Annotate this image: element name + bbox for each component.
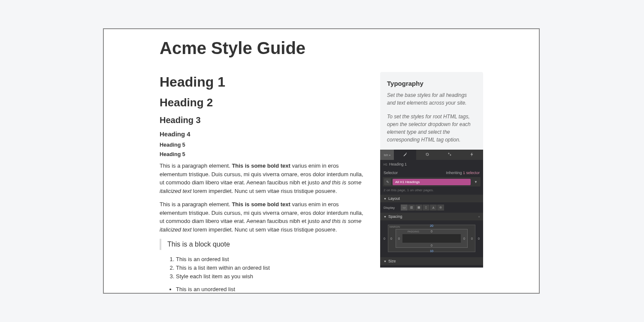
- panel-topbar: ish▾: [380, 150, 483, 160]
- heading-5-example: Heading 5: [160, 142, 367, 148]
- guide-description-1: Set the base styles for all headings and…: [387, 91, 476, 107]
- page-title: Acme Style Guide: [160, 39, 367, 58]
- heading-1-example: Heading 1: [160, 74, 367, 90]
- paragraph-example-1: This is a paragraph element. This is som…: [160, 162, 367, 195]
- panel-tab-gear[interactable]: [416, 150, 438, 160]
- selector-chip: All H1 Headings: [393, 179, 471, 185]
- panel-tab-bolt[interactable]: [461, 150, 483, 160]
- chevron-down-icon: ▼: [472, 180, 479, 184]
- panel-spacing-box: MARGIN PADDING 20 10 0 0 0 0 0 0 0 0: [380, 220, 483, 257]
- heading-4-example: Heading 4: [160, 130, 367, 138]
- blockquote-example: This is a block quote: [160, 239, 367, 250]
- display-buttons: ▭ ▥ ▦ ▯ A ⊘: [401, 205, 444, 211]
- paragraph-example-2: This is a paragraph element. This is som…: [160, 200, 367, 234]
- brush-icon: [402, 151, 408, 159]
- heading-3-example: Heading 3: [160, 115, 367, 125]
- heading-2-example: Heading 2: [160, 96, 367, 109]
- display-inlineblock-button[interactable]: ▯: [423, 205, 429, 211]
- panel-display-row: Display ▭ ▥ ▦ ▯ A ⊘: [380, 202, 483, 213]
- panel-section-size[interactable]: ▼Size: [380, 257, 483, 265]
- typography-guide-card: Typography Set the base styles for all h…: [380, 72, 483, 268]
- panel-selector-row: Selector Inheriting 1 selector: [380, 169, 483, 177]
- panel-topbar-left: ish▾: [380, 150, 394, 160]
- selector-edit-icon: ✎: [384, 178, 391, 185]
- panel-section-layout[interactable]: ▼Layout: [380, 195, 483, 202]
- panel-element-row: H1Heading 1: [380, 160, 483, 169]
- document-frame: Acme Style Guide Heading 1 Heading 2 Hea…: [103, 28, 540, 294]
- display-inline-button[interactable]: A: [430, 205, 437, 211]
- display-flex-button[interactable]: ▥: [408, 205, 415, 211]
- guide-description-2: To set the styles for root HTML tags, op…: [387, 113, 476, 144]
- expand-icon: ▫: [478, 215, 480, 219]
- display-none-button[interactable]: ⊘: [437, 205, 444, 211]
- list-item: This is an unordered list: [176, 285, 367, 294]
- heading-5b-example: Heading 5: [160, 151, 367, 157]
- ordered-list-example: This is an ordered list This is a list i…: [160, 255, 367, 281]
- style-panel-mock: ish▾: [380, 150, 483, 268]
- panel-selector-count: 2 on this page, 1 on other pages.: [380, 188, 483, 195]
- panel-tab-brush[interactable]: [394, 150, 416, 160]
- panel-tab-drops[interactable]: [438, 150, 461, 160]
- list-item: Style each list item as you wish: [176, 272, 367, 281]
- display-grid-button[interactable]: ▦: [415, 205, 422, 211]
- content-wrapper: Acme Style Guide Heading 1 Heading 2 Hea…: [104, 29, 539, 294]
- content-box: [402, 234, 461, 243]
- list-item: This is an ordered list: [176, 255, 367, 264]
- bolt-icon: [469, 151, 475, 159]
- gear-icon: [425, 151, 430, 159]
- panel-selector-dropdown[interactable]: ✎ All H1 Headings ▼: [383, 177, 481, 187]
- display-block-button[interactable]: ▭: [401, 205, 408, 211]
- side-column: Typography Set the base styles for all h…: [380, 72, 483, 294]
- panel-section-spacing[interactable]: ▼Spacing ▫: [380, 213, 483, 220]
- guide-title: Typography: [387, 80, 476, 87]
- drops-icon: [447, 151, 452, 159]
- list-item: This is a list item within an ordered li…: [176, 264, 367, 272]
- main-column: Acme Style Guide Heading 1 Heading 2 Hea…: [160, 39, 367, 294]
- unordered-list-example: This is an unordered list This is a list…: [160, 285, 367, 294]
